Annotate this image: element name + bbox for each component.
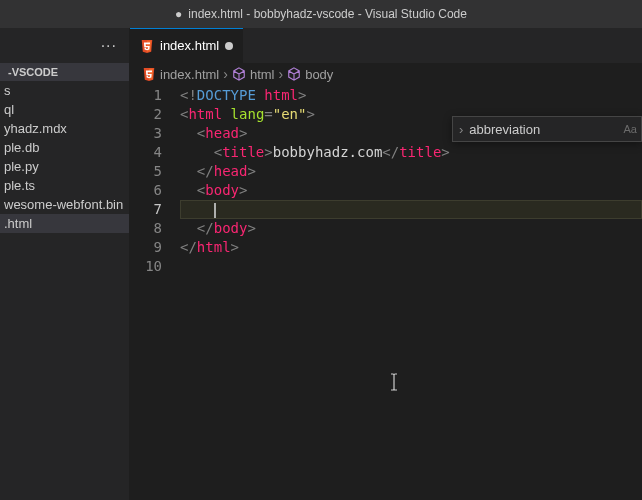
tab-modified-icon[interactable] [225,42,233,50]
file-list: s ql yhadz.mdx ple.db ple.py ple.ts weso… [0,81,129,233]
tab-bar: index.html [130,28,642,63]
breadcrumb-segment[interactable]: html [250,67,275,82]
code-area[interactable]: 1 2 3 4 5 6 7 8 9 10 <!DOCTYPE html> <ht… [130,85,642,500]
autocomplete-item-label[interactable]: abbreviation [469,122,623,137]
file-item[interactable]: ple.py [0,157,129,176]
text-cursor [214,203,216,218]
symbol-icon [287,67,301,81]
line-number: 10 [130,257,162,276]
breadcrumb-segment[interactable]: body [305,67,333,82]
gutter: 1 2 3 4 5 6 7 8 9 10 [130,85,180,500]
line-number: 4 [130,143,162,162]
breadcrumb-file[interactable]: index.html [160,67,219,82]
window-title: index.html - bobbyhadz-vscode - Visual S… [188,7,467,21]
symbol-icon [232,67,246,81]
code-line[interactable] [180,200,642,219]
main: ··· -VSCODE s ql yhadz.mdx ple.db ple.py… [0,28,642,500]
html-file-icon [142,67,156,81]
line-number: 7 [130,200,162,219]
file-item[interactable]: ql [0,100,129,119]
editor-area: index.html index.html › html › body 1 2 … [130,28,642,500]
breadcrumbs[interactable]: index.html › html › body [130,63,642,85]
code-line[interactable] [180,257,642,276]
chevron-right-icon: › [223,66,228,82]
chevron-right-icon[interactable]: › [453,122,469,137]
code-line[interactable]: <body> [180,181,642,200]
code-line[interactable]: </html> [180,238,642,257]
line-number: 2 [130,105,162,124]
file-item[interactable]: s [0,81,129,100]
html-file-icon [140,39,154,53]
file-item[interactable]: yhadz.mdx [0,119,129,138]
code-line[interactable]: </head> [180,162,642,181]
file-item[interactable]: ple.ts [0,176,129,195]
line-number: 3 [130,124,162,143]
line-number: 5 [130,162,162,181]
line-number: 8 [130,219,162,238]
autocomplete-popup[interactable]: › abbreviation Aa [452,116,642,142]
file-item[interactable]: .html [0,214,129,233]
more-icon[interactable]: ··· [101,37,117,55]
autocomplete-hint: Aa [624,123,641,135]
line-number: 9 [130,238,162,257]
sidebar-actions: ··· [0,28,129,63]
chevron-right-icon: › [278,66,283,82]
code-line[interactable]: <title>bobbyhadz.com</title> [180,143,642,162]
file-item[interactable]: ple.db [0,138,129,157]
file-item[interactable]: wesome-webfont.bin [0,195,129,214]
code-content[interactable]: <!DOCTYPE html> <html lang="en"> <head> … [180,85,642,500]
code-line[interactable]: </body> [180,219,642,238]
line-number: 1 [130,86,162,105]
tab-label: index.html [160,38,219,53]
code-line[interactable]: <!DOCTYPE html> [180,86,642,105]
titlebar: ● index.html - bobbyhadz-vscode - Visual… [0,0,642,28]
sidebar: ··· -VSCODE s ql yhadz.mdx ple.db ple.py… [0,28,130,500]
line-number: 6 [130,181,162,200]
explorer-folder-header[interactable]: -VSCODE [0,63,129,81]
tab-index-html[interactable]: index.html [130,28,243,63]
modified-indicator: ● [175,7,182,21]
